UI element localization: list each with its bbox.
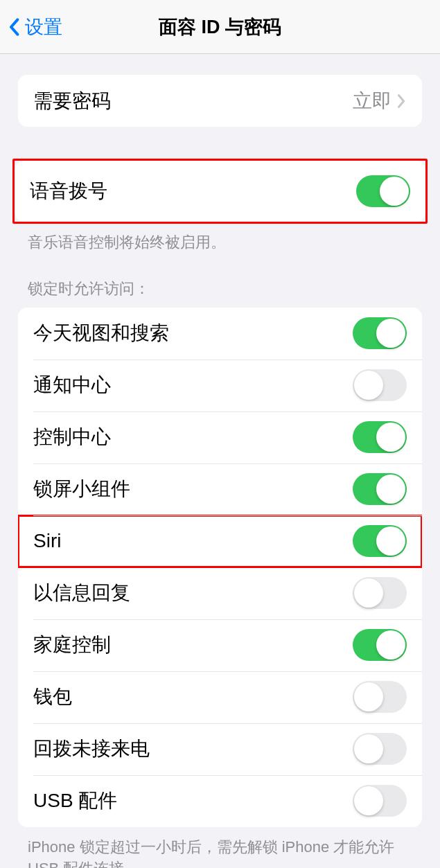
allow-access-row: Siri — [18, 515, 422, 567]
allow-access-toggle[interactable] — [353, 733, 407, 765]
back-button[interactable]: 设置 — [7, 15, 62, 39]
allow-access-label: 钱包 — [33, 684, 353, 710]
allow-access-label: 以信息回复 — [33, 580, 353, 606]
allow-access-row: 钱包 — [18, 671, 422, 723]
toggle-knob — [354, 578, 383, 608]
allow-access-label: 控制中心 — [33, 424, 353, 450]
allow-access-row: 以信息回复 — [18, 567, 422, 619]
voice-dial-row: 语音拨号 — [15, 161, 425, 222]
toggle-knob — [380, 177, 409, 206]
allow-access-label: 今天视图和搜索 — [33, 320, 353, 346]
toggle-knob — [376, 526, 405, 556]
toggle-knob — [376, 475, 405, 504]
toggle-knob — [376, 423, 405, 452]
allow-access-toggle[interactable] — [353, 473, 407, 505]
allow-access-toggle[interactable] — [353, 525, 407, 557]
allow-access-row: 回拨未接来电 — [18, 723, 422, 775]
allow-access-toggle[interactable] — [353, 577, 407, 609]
voice-dial-footer: 音乐语音控制将始终被启用。 — [28, 232, 412, 254]
allow-access-toggle[interactable] — [353, 629, 407, 661]
allow-access-label: 回拨未接来电 — [33, 736, 353, 762]
voice-dial-toggle[interactable] — [356, 175, 410, 207]
allow-access-group: 今天视图和搜索通知中心控制中心锁屏小组件Siri以信息回复家庭控制钱包回拨未接来… — [18, 308, 422, 827]
allow-access-label: Siri — [33, 530, 353, 552]
require-passcode-value: 立即 — [353, 88, 391, 114]
require-passcode-group: 需要密码 立即 — [18, 75, 422, 127]
nav-bar: 设置 面容 ID 与密码 — [0, 0, 440, 54]
allow-access-toggle[interactable] — [353, 785, 407, 817]
allow-access-label: 通知中心 — [33, 372, 353, 398]
allow-access-label: 家庭控制 — [33, 632, 353, 658]
allow-access-toggle[interactable] — [353, 421, 407, 453]
toggle-knob — [354, 786, 383, 815]
allow-access-label: 锁屏小组件 — [33, 476, 353, 502]
page-title: 面容 ID 与密码 — [159, 15, 281, 39]
back-label: 设置 — [25, 15, 62, 39]
require-passcode-row[interactable]: 需要密码 立即 — [18, 75, 422, 127]
allow-access-row: 控制中心 — [18, 411, 422, 463]
require-passcode-label: 需要密码 — [33, 88, 353, 114]
allow-access-footer: iPhone 锁定超过一小时后，需先解锁 iPhone 才能允许 USB 配件连… — [28, 837, 412, 868]
voice-dial-highlight: 语音拨号 — [12, 159, 428, 224]
toggle-knob — [354, 682, 383, 711]
allow-access-row: USB 配件 — [18, 775, 422, 827]
allow-access-row: 今天视图和搜索 — [18, 308, 422, 360]
allow-access-toggle[interactable] — [353, 317, 407, 349]
toggle-knob — [376, 319, 405, 348]
allow-access-label: USB 配件 — [33, 788, 353, 814]
allow-access-row: 锁屏小组件 — [18, 463, 422, 515]
chevron-left-icon — [7, 16, 21, 38]
chevron-right-icon — [397, 93, 407, 109]
content: 需要密码 立即 语音拨号 音乐语音控制将始终被启用。 锁定时允许访问： 今天视图… — [0, 54, 440, 868]
toggle-knob — [376, 630, 405, 659]
allow-access-toggle[interactable] — [353, 369, 407, 401]
allow-access-toggle[interactable] — [353, 681, 407, 713]
voice-dial-label: 语音拨号 — [30, 178, 356, 204]
toggle-knob — [354, 734, 383, 763]
allow-access-header: 锁定时允许访问： — [28, 278, 412, 299]
allow-access-row: 家庭控制 — [18, 619, 422, 671]
toggle-knob — [354, 371, 383, 400]
allow-access-row: 通知中心 — [18, 360, 422, 411]
